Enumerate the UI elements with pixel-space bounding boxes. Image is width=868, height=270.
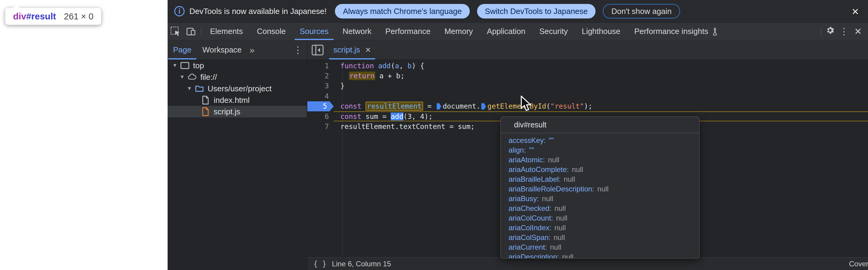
navigator-kebab-icon[interactable]: ⋮	[293, 44, 303, 55]
property-name: ariaAutoComplete:	[508, 165, 569, 174]
line-number[interactable]: 2	[307, 71, 334, 81]
inspect-element-icon[interactable]	[167, 23, 183, 40]
property-value: null	[554, 204, 565, 213]
tooltip-property: ariaCurrent:null	[508, 242, 699, 252]
code-line-3[interactable]: 3}	[307, 81, 868, 91]
mouse-cursor	[520, 96, 533, 113]
object-preview-tooltip: div#result accessKey:""align:""ariaAtomi…	[500, 117, 700, 259]
tree-item-script-js[interactable]: script.js	[167, 106, 307, 117]
more-options-kebab-icon[interactable]: ⋮	[837, 26, 851, 37]
code-token	[340, 72, 349, 80]
code-token: return	[349, 71, 375, 80]
editor-tab-close-icon[interactable]: ✕	[365, 46, 371, 54]
file-icon	[201, 96, 210, 104]
inline-eval-marker-icon	[437, 103, 441, 110]
code-line-5[interactable]: 5const resultElement = document.getEleme…	[307, 101, 868, 111]
execution-line-gutter[interactable]: 5	[307, 101, 334, 111]
infobar-message: DevTools is now available in Japanese!	[189, 7, 327, 16]
tree-item-file-origin[interactable]: ▼ file://	[167, 71, 307, 83]
property-name: ariaChecked:	[508, 204, 551, 213]
tab-console[interactable]: Console	[250, 23, 292, 40]
code-token: (	[546, 102, 550, 110]
switch-to-japanese-button[interactable]: Switch DevTools to Japanese	[477, 4, 596, 19]
code-token: a + b;	[375, 72, 405, 80]
js-file-icon	[201, 107, 210, 116]
code-token: a	[395, 62, 399, 70]
tooltip-property: ariaColIndex:null	[508, 223, 699, 233]
property-name: ariaColIndex:	[508, 223, 551, 232]
property-value: null	[542, 194, 553, 203]
code-token: =	[423, 102, 436, 110]
code-line-1[interactable]: 1function add(a, b) {	[307, 61, 868, 71]
code-text: const sum = add(3, 4);	[334, 113, 433, 120]
inspected-page: div#result 261 × 0	[0, 0, 167, 270]
dont-show-again-button[interactable]: Don't show again	[603, 4, 680, 19]
infobar-close-icon[interactable]: ✕	[849, 5, 861, 18]
code-line-4[interactable]: 4	[307, 91, 868, 101]
tooltip-property: ariaBrailleRoleDescription:null	[508, 184, 699, 194]
code-token: add	[391, 113, 403, 120]
folder-icon	[195, 84, 204, 93]
tree-item-index-html[interactable]: index.html	[167, 94, 307, 106]
tab-application[interactable]: Application	[480, 23, 532, 40]
navigator-tab-page[interactable]: Page	[167, 40, 197, 59]
tab-elements[interactable]: Elements	[203, 23, 250, 40]
tooltip-property: ariaChecked:null	[508, 204, 699, 213]
navigator-tab-workspace[interactable]: Workspace	[197, 40, 247, 59]
collapse-navigator-icon[interactable]	[312, 44, 324, 56]
code-token: (	[391, 62, 395, 70]
property-value: null	[554, 233, 565, 242]
expand-triangle-icon[interactable]: ▼	[172, 62, 178, 68]
code-line-2[interactable]: 2 return a + b;	[307, 71, 868, 81]
tab-memory[interactable]: Memory	[437, 23, 480, 40]
line-number[interactable]: 3	[307, 81, 334, 91]
property-name: ariaColCount:	[508, 214, 553, 222]
source-editor-panel: script.js ✕ 1function add(a, b) {2 retur…	[307, 40, 868, 270]
tab-performance-insights[interactable]: Performance insights	[627, 23, 725, 40]
always-match-language-button[interactable]: Always match Chrome's language	[335, 4, 469, 19]
tab-network[interactable]: Network	[336, 23, 378, 40]
property-value: null	[548, 156, 559, 164]
toggle-device-toolbar-icon[interactable]	[183, 23, 199, 40]
editor-tab-label: script.js	[333, 45, 360, 55]
overlay-tag: div	[13, 11, 26, 22]
tree-label: script.js	[214, 107, 240, 117]
line-number[interactable]: 7	[307, 121, 334, 131]
code-token: getElementById	[487, 102, 546, 110]
tab-sources[interactable]: Sources	[293, 23, 336, 40]
line-number[interactable]: 4	[307, 91, 334, 101]
expand-triangle-icon[interactable]: ▼	[186, 86, 192, 92]
property-name: ariaBusy:	[508, 194, 539, 203]
pretty-print-icon[interactable]: { }	[313, 260, 327, 268]
property-name: accessKey:	[508, 136, 546, 145]
property-name: align:	[508, 146, 526, 154]
editor-tab-script-js[interactable]: script.js ✕	[328, 40, 376, 59]
sources-navigator-panel: Page Workspace » ⋮ ▼ top ▼ file:// ▼ Use…	[167, 40, 307, 270]
tree-item-top[interactable]: ▼ top	[167, 60, 307, 71]
devtools-window: i DevTools is now available in Japanese!…	[167, 0, 868, 270]
line-number[interactable]: 1	[307, 61, 334, 71]
more-tabs-chevron-icon[interactable]: »	[247, 45, 257, 55]
code-text: resultElement.textContent = sum;	[334, 123, 475, 130]
tooltip-property: ariaBrailleLabel:null	[508, 175, 699, 184]
tree-item-project-folder[interactable]: ▼ Users/user/project	[167, 83, 307, 94]
tooltip-property: ariaColSpan:null	[508, 233, 699, 242]
cloud-icon	[188, 72, 197, 82]
tooltip-property: align:""	[508, 145, 699, 155]
tab-security[interactable]: Security	[532, 23, 575, 40]
code-token: ,	[399, 62, 408, 70]
tab-performance[interactable]: Performance	[378, 23, 438, 40]
expand-triangle-icon[interactable]: ▼	[179, 74, 185, 80]
tab-lighthouse[interactable]: Lighthouse	[575, 23, 627, 40]
code-token: add	[378, 62, 391, 70]
line-number[interactable]: 6	[307, 111, 334, 121]
tooltip-pointer	[13, 5, 20, 12]
code-text: function add(a, b) {	[334, 62, 424, 70]
settings-gear-icon[interactable]	[823, 26, 837, 37]
devtools-close-icon[interactable]: ✕	[851, 26, 865, 37]
code-token: "result"	[550, 102, 584, 110]
tree-label: file://	[200, 72, 217, 82]
property-value: null	[562, 253, 574, 259]
toolbar-divider	[201, 27, 201, 36]
code-token: const	[340, 113, 361, 120]
